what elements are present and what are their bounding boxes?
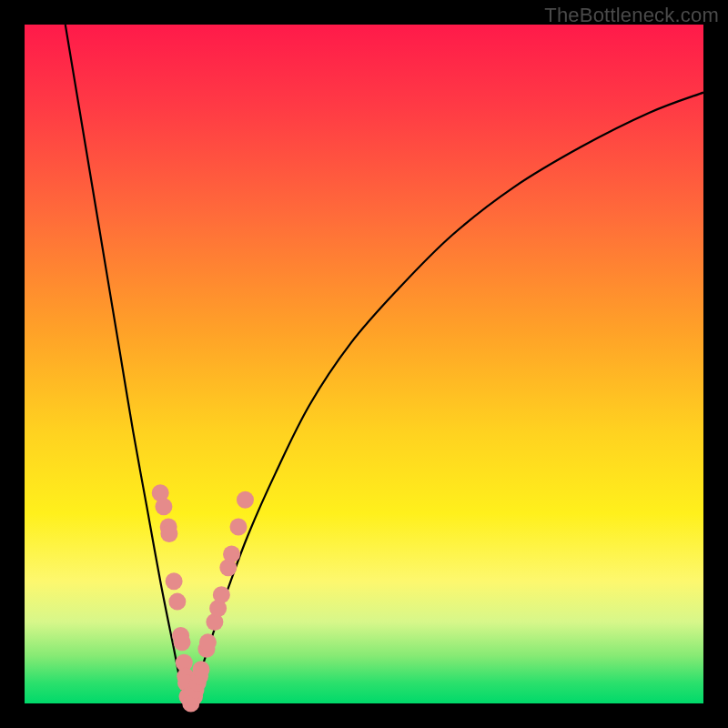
data-marker	[168, 593, 186, 611]
data-marker	[166, 572, 183, 590]
curve-right-branch	[187, 93, 703, 703]
data-markers	[152, 484, 254, 712]
data-marker	[199, 633, 217, 651]
data-marker	[160, 525, 177, 542]
chart-frame: TheBottleneck.com	[0, 0, 728, 728]
data-marker	[229, 519, 247, 536]
data-marker	[213, 586, 230, 603]
watermark-text: TheBottleneck.com	[544, 4, 719, 27]
data-marker	[155, 498, 172, 515]
data-marker	[223, 545, 240, 562]
data-marker	[174, 633, 191, 651]
data-marker	[237, 491, 254, 509]
data-marker	[192, 661, 209, 678]
chart-svg	[25, 25, 703, 703]
